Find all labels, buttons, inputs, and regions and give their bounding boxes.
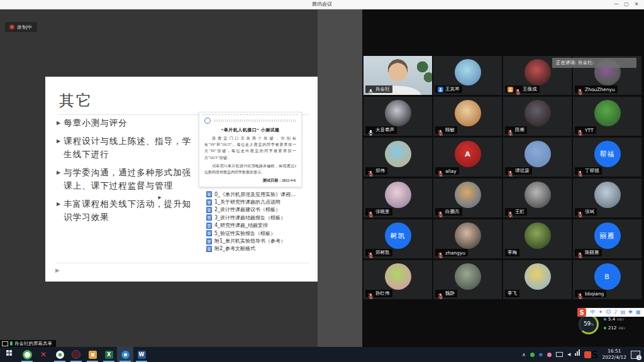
file-list-item: 附2_参考文献格式: [206, 245, 317, 253]
mic-status-icon: [368, 290, 374, 297]
tray-chevron-icon[interactable]: ∧: [522, 352, 526, 358]
participant-tile[interactable]: 孙红伟: [364, 260, 432, 299]
participant-tile[interactable]: 王虹: [503, 178, 572, 217]
voice-input-icon[interactable]: ♪: [614, 308, 618, 317]
participant-nameplate: 魏静: [435, 290, 457, 297]
start-taskbar-button[interactable]: [3, 347, 19, 362]
skin-icon[interactable]: ✚: [628, 308, 633, 317]
participant-avatar: [594, 100, 621, 126]
slide-bullet: ▶ 与学委沟通，通过多种形式加强课上、课下过程监督与管理: [57, 167, 197, 193]
participant-tile[interactable]: 肖金社: [364, 56, 432, 95]
tray-person-icon[interactable]: [547, 353, 552, 357]
participant-tile[interactable]: 田烯: [503, 97, 572, 136]
slide-bullet: ▶ 课程设计与线上陈述、指导，学生线下进行: [57, 135, 197, 162]
browser-360-taskbar-button[interactable]: [19, 347, 35, 362]
participant-avatar: [455, 263, 481, 290]
window-titlebar[interactable]: 腾讯会议 — ▢ ✕: [0, 0, 644, 9]
participant-avatar: [385, 100, 411, 126]
participant-name: 郑伟: [375, 168, 385, 174]
participant-nameplate: 顾敏: [435, 126, 457, 134]
file-name: 5_验证性实验报告（模板）: [214, 230, 275, 237]
red-x-app-taskbar-button[interactable]: ✕: [35, 347, 52, 362]
notification-center-icon[interactable]: 1: [631, 351, 640, 359]
participant-tile[interactable]: 李梅: [503, 219, 572, 258]
participant-tile[interactable]: A allay: [433, 138, 502, 177]
participant-tile[interactable]: 谭谣霖: [503, 138, 572, 177]
taskbar-clock[interactable]: 16:51 2022/4/12: [602, 348, 626, 361]
participants-panel: 肖金社 王岚琴: [362, 9, 644, 347]
participant-tile[interactable]: zhangyu: [433, 219, 502, 258]
participant-nameplate: 大音希声: [365, 126, 397, 134]
doc-dashed-line: [203, 114, 298, 115]
participant-avatar: [525, 263, 551, 290]
participant-nameplate: 郑伟: [365, 167, 387, 175]
home-folder-taskbar-button[interactable]: [84, 347, 101, 362]
participant-name: allay: [445, 168, 457, 174]
participant-tile[interactable]: 王岚琴: [433, 56, 502, 95]
participant-name: 张晓曼: [375, 209, 390, 215]
participant-avatar: B: [594, 263, 621, 290]
participant-name: 田烯: [515, 127, 525, 133]
participant-tile[interactable]: YTT: [573, 97, 641, 136]
slide-bullet: ▶ 丰富课程相关线下活动，提升知识学习效果: [57, 198, 197, 224]
shape-mode-icon[interactable]: ✦: [599, 308, 603, 317]
sogou-logo-icon[interactable]: S: [577, 308, 586, 317]
bullet-arrow-icon: ▶: [57, 201, 60, 224]
participant-avatar: 帮福: [594, 141, 621, 167]
participant-name: 李飞: [508, 290, 517, 297]
participant-tile[interactable]: 郑伟: [364, 138, 432, 177]
participant-tile[interactable]: 张晓曼: [364, 178, 432, 217]
player-icon: [56, 351, 64, 359]
participant-tile[interactable]: 顾敏: [433, 97, 502, 136]
bullet-arrow-icon: ▶: [57, 138, 60, 162]
participant-tile[interactable]: 魏静: [433, 260, 502, 299]
minimize-button[interactable]: —: [611, 0, 621, 9]
participant-nameplate: ZhouZhenyu: [575, 85, 618, 93]
mic-status-icon: [508, 209, 513, 216]
mic-status-icon: [438, 250, 443, 256]
participant-tile[interactable]: 张斌: [573, 178, 641, 217]
screen-share-area: 录制中 其它 ▶ 每章小测与评分 ▶ 课程设计与线上陈述、指导，学生线下进行 ▶…: [0, 9, 362, 347]
excel-taskbar-button[interactable]: X: [101, 347, 117, 362]
recording-badge: 录制中: [5, 22, 37, 32]
participant-tile[interactable]: B bbqiang: [573, 260, 641, 299]
tray-speaker-icon[interactable]: ◀: [567, 352, 570, 357]
participant-avatar: [455, 222, 481, 249]
participant-avatar: 树凯: [385, 222, 411, 249]
participant-name: 顾敏: [445, 127, 455, 133]
word-taskbar-button[interactable]: W: [133, 347, 150, 362]
player-taskbar-button[interactable]: [52, 347, 68, 362]
toolbox-icon[interactable]: ▦: [636, 308, 641, 317]
participant-tile[interactable]: 树凯 郑树凯: [364, 219, 432, 258]
pinyin-mode-icon[interactable]: 中: [591, 308, 596, 317]
emoji-icon[interactable]: ☺: [606, 308, 611, 317]
participant-tile[interactable]: 丽雁 陈丽雁: [573, 219, 641, 258]
file-list-item: 5_验证性实验报告（模板）: [206, 229, 317, 237]
clock-date: 2022/4/12: [602, 354, 626, 361]
tray-net-icon[interactable]: [575, 353, 580, 356]
tray-sogou-icon[interactable]: S: [584, 349, 597, 361]
music-app-taskbar-button[interactable]: [68, 347, 84, 362]
mic-status-icon: [438, 209, 443, 216]
tray-esafe-icon[interactable]: e: [539, 351, 543, 358]
participant-tile[interactable]: 白鹏亮: [433, 178, 502, 217]
file-name: 1_关于研究性课题的几点说明: [214, 199, 280, 206]
participant-avatar: [525, 182, 551, 208]
participant-avatar: [455, 59, 481, 85]
tray-green-icon[interactable]: [530, 353, 535, 357]
tray-monitor-icon[interactable]: [556, 352, 563, 357]
soft-keyboard-icon[interactable]: ▤: [621, 308, 626, 317]
participant-tile[interactable]: 帮福 丁帮福: [573, 138, 641, 177]
maximize-button[interactable]: ▢: [621, 0, 631, 9]
participant-tile[interactable]: 大音希声: [364, 97, 432, 136]
participant-avatar: A: [455, 141, 481, 167]
close-button[interactable]: ✕: [631, 0, 641, 9]
participant-name: 郑树凯: [375, 250, 390, 256]
browser-360-icon: [23, 350, 32, 359]
participant-nameplate: 丁帮福: [575, 167, 602, 175]
tencent-meeting-taskbar-button[interactable]: [117, 347, 133, 362]
ime-toolbar[interactable]: S 中 ✦ ☺ ♪ ▤ ✚ ▦: [577, 308, 644, 317]
bullet-text: 与学委沟通，通过多种形式加强课上、课下过程监督与管理: [64, 167, 197, 193]
participant-tile[interactable]: 李飞: [503, 260, 572, 299]
participant-avatar: [455, 100, 481, 126]
